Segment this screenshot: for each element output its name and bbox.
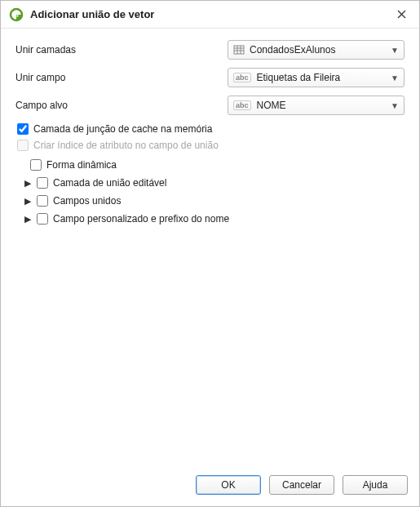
expand-icon[interactable]: ▶: [22, 196, 33, 207]
text-type-icon: abc: [233, 100, 252, 110]
chevron-down-icon: ▼: [391, 46, 399, 55]
join-layer-label: Unir camadas: [15, 44, 228, 56]
options-tree: Forma dinâmica ▶ Camada de união editáve…: [15, 156, 405, 228]
svg-rect-2: [17, 15, 19, 16]
target-field-row: Campo alvo abc NOME ▼: [15, 96, 405, 115]
create-index-label: Criar índice de atributo no campo de uni…: [33, 140, 219, 151]
custom-prefix-label: Campo personalizado e prefixo do nome: [53, 213, 229, 225]
table-icon: [233, 44, 245, 56]
create-index-row: Criar índice de atributo no campo de uni…: [15, 140, 405, 151]
custom-prefix-row: ▶ Campo personalizado e prefixo do nome: [15, 210, 405, 228]
joined-fields-label: Campos unidos: [53, 195, 121, 207]
target-field-label: Campo alvo: [15, 100, 228, 111]
chevron-down-icon: ▼: [391, 101, 399, 110]
joined-fields-row: ▶ Campos unidos: [15, 192, 405, 210]
help-button-label: Ajuda: [363, 479, 388, 491]
dynamic-form-checkbox[interactable]: [30, 159, 42, 171]
join-field-label: Unir campo: [15, 72, 228, 83]
ok-button[interactable]: OK: [196, 475, 261, 495]
joined-fields-checkbox[interactable]: [37, 195, 48, 207]
expand-icon[interactable]: ▶: [22, 214, 33, 225]
ok-button-label: OK: [221, 479, 235, 491]
target-field-combo[interactable]: abc NOME ▼: [228, 96, 405, 115]
button-bar: OK Cancelar Ajuda: [1, 467, 419, 506]
expand-icon[interactable]: ▶: [22, 178, 33, 189]
close-icon[interactable]: [390, 3, 413, 26]
cancel-button-label: Cancelar: [282, 479, 321, 491]
dialog-content: Unir camadas CondadosExAlunos ▼ Unir cam…: [1, 29, 419, 467]
join-layer-combo[interactable]: CondadosExAlunos ▼: [228, 40, 405, 60]
cache-join-checkbox[interactable]: [17, 123, 29, 135]
editable-join-row: ▶ Camada de união editável: [15, 174, 405, 192]
qgis-icon: [9, 7, 24, 22]
target-field-value: NOME: [257, 100, 388, 111]
create-index-checkbox: [17, 140, 29, 151]
svg-rect-5: [234, 46, 244, 54]
titlebar: Adicionar união de vetor: [1, 1, 419, 29]
join-field-value: Etiquetas da Fileira: [257, 72, 388, 83]
chevron-down-icon: ▼: [391, 73, 399, 82]
help-button[interactable]: Ajuda: [343, 475, 408, 495]
text-type-icon: abc: [233, 73, 252, 82]
editable-join-label: Camada de união editável: [53, 177, 166, 189]
dynamic-form-label: Forma dinâmica: [46, 159, 117, 171]
cancel-button[interactable]: Cancelar: [269, 475, 334, 495]
window-title: Adicionar união de vetor: [30, 8, 390, 20]
cache-join-label: Camada de junção de cache na memória: [33, 123, 212, 135]
join-layer-value: CondadosExAlunos: [250, 44, 387, 56]
dynamic-form-row: Forma dinâmica: [15, 156, 405, 174]
cache-join-row: Camada de junção de cache na memória: [15, 123, 405, 135]
join-field-combo[interactable]: abc Etiquetas da Fileira ▼: [228, 68, 405, 87]
custom-prefix-checkbox[interactable]: [37, 213, 48, 225]
dialog-window: Adicionar união de vetor Unir camadas: [0, 0, 420, 507]
join-field-row: Unir campo abc Etiquetas da Fileira ▼: [15, 68, 405, 87]
editable-join-checkbox[interactable]: [37, 177, 48, 189]
join-layer-row: Unir camadas CondadosExAlunos ▼: [15, 40, 405, 60]
